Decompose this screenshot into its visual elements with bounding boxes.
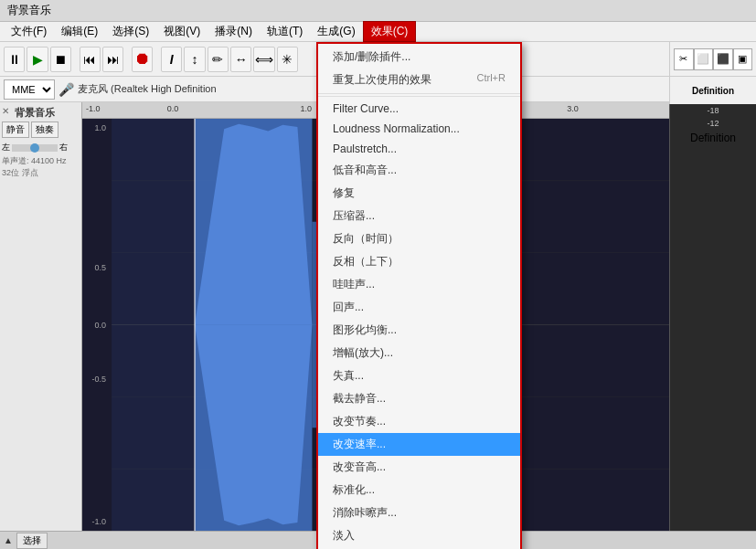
ruler-mark-3: 3.0 [567,104,579,113]
wahwah-item[interactable]: 哇哇声... [318,273,520,296]
next-button[interactable]: ⏭ [102,47,123,72]
repair-item[interactable]: 修复 [318,182,520,205]
menu-effect[interactable]: 效果(C) [363,21,417,42]
menu-bar-overlay: 文件(F) 编辑(E) 选择(S) 视图(V) 播录(N) 轨道(T) 生成(G… [0,22,756,42]
menu-track[interactable]: 轨道(T) [260,22,310,41]
menu-file[interactable]: 文件(F) [4,22,54,41]
definition-panel: Definition [669,77,756,104]
bass-treble-item[interactable]: 低音和高音... [318,159,520,182]
tool-zoom[interactable]: ↔ [230,47,251,72]
fader-right-label: 右 [59,142,68,153]
mute-button[interactable]: 静音 [2,121,29,138]
menu-record[interactable]: 播录(N) [208,22,260,41]
device-label: 麦克风 (Realtek High Definition [78,82,217,96]
ruler-mark-neg1: -1.0 [86,104,101,113]
amplify-item[interactable]: 增幅(放大)... [318,342,520,364]
track-name: 背景音乐 [15,106,80,120]
bottom-arrow: ▲ [4,535,13,545]
tool-envelope[interactable]: ↕ [184,47,205,72]
filter-curve-item[interactable]: Filter Curve... [318,99,520,119]
change-pitch-item[interactable]: 改变音高... [318,456,520,479]
ruler-mark-1: 1.0 [301,104,313,113]
loudness-norm-item[interactable]: Loudness Normalization... [318,119,520,139]
distortion-item[interactable]: 失真... [318,364,520,387]
db-marker-neg18: -18 [707,106,719,115]
change-tempo-item[interactable]: 改变节奏... [318,410,520,433]
dropdown-section-top: 添加/删除插件... 重复上次使用的效果 Ctrl+R [318,44,520,94]
noise-reduction-item[interactable]: 消除咔嚓声... [318,501,520,524]
db-marker-neg12: -12 [707,119,719,128]
input-type-select[interactable]: MME [4,79,55,100]
trim-button[interactable]: ▣ [733,48,753,70]
record-button[interactable]: ⏺ [132,47,153,72]
invert-phase-item[interactable]: 反相（上下） [318,250,520,273]
track-info: 单声道: 44100 Hz 32位 浮点 [2,155,80,178]
scissors-button[interactable]: ✂ [674,48,694,70]
tool-timeshift[interactable]: ⟺ [253,47,274,72]
effect-dropdown: 添加/删除插件... 重复上次使用的效果 Ctrl+R Filter Curve… [316,42,522,549]
tool-multi[interactable]: ✳ [277,47,298,72]
paulstretch-item[interactable]: Paulstretch... [318,139,520,159]
fader-left-row: 左 右 [2,142,80,153]
right-toolbar: ✂ ⬜ ⬛ ▣ [669,42,756,77]
title-bar: 背景音乐 [0,0,756,22]
menu-generate[interactable]: 生成(G) [310,22,362,41]
track-controls: 静音 独奏 [2,121,80,138]
fader-left-label: 左 [2,142,10,153]
ruler-mark-0: 0.0 [167,104,179,113]
dropdown-separator [318,96,520,97]
toolbar-overlay: ⏸ ▶ ⏹ ⏮ ⏭ ⏺ I ↕ ✏ ↔ ⟺ ✳ [0,42,302,77]
stop-button[interactable]: ⏹ [50,47,71,72]
change-speed-item[interactable]: 改变速率... [318,433,520,456]
compressor-item[interactable]: 压缩器... [318,205,520,227]
reverse-time-item[interactable]: 反向（时间） [318,227,520,250]
menu-select[interactable]: 选择(S) [105,22,156,41]
copy-button[interactable]: ⬜ [694,48,714,70]
fade-in-item[interactable]: 淡入 [318,524,520,547]
add-remove-plugins-item[interactable]: 添加/删除插件... [318,46,520,69]
definition-label: Definition [690,132,736,144]
graphic-eq-item[interactable]: 图形化均衡... [318,319,520,342]
definition-text: Definition [692,86,734,96]
truncate-silence-item[interactable]: 截去静音... [318,387,520,410]
pause-button[interactable]: ⏸ [4,47,25,72]
mic-icon: 🎤 [59,82,74,97]
echo-item[interactable]: 回声... [318,296,520,319]
fader-left[interactable] [12,144,58,152]
tool-pencil[interactable]: ✏ [208,47,229,72]
app-title: 背景音乐 [7,3,51,18]
track-close-icon[interactable]: ✕ [2,106,13,117]
play-button[interactable]: ▶ [27,47,48,72]
prev-button[interactable]: ⏮ [80,47,101,72]
right-panel: -18 -12 Definition [669,102,756,531]
select-button[interactable]: 选择 [16,533,48,549]
normalize-item[interactable]: 标准化... [318,479,520,501]
shortcut-key: Ctrl+R [477,72,506,88]
menu-edit[interactable]: 编辑(E) [54,22,105,41]
solo-button[interactable]: 独奏 [31,121,59,138]
menu-view[interactable]: 视图(V) [156,22,208,41]
paste-button[interactable]: ⬛ [713,48,733,70]
track-panel: ✕ 背景音乐 静音 独奏 左 右 单声道: 44100 Hz 32位 浮点 [0,102,82,531]
tool-select[interactable]: I [161,47,182,72]
svg-rect-5 [112,119,195,531]
repeat-last-item[interactable]: 重复上次使用的效果 Ctrl+R [318,69,520,91]
